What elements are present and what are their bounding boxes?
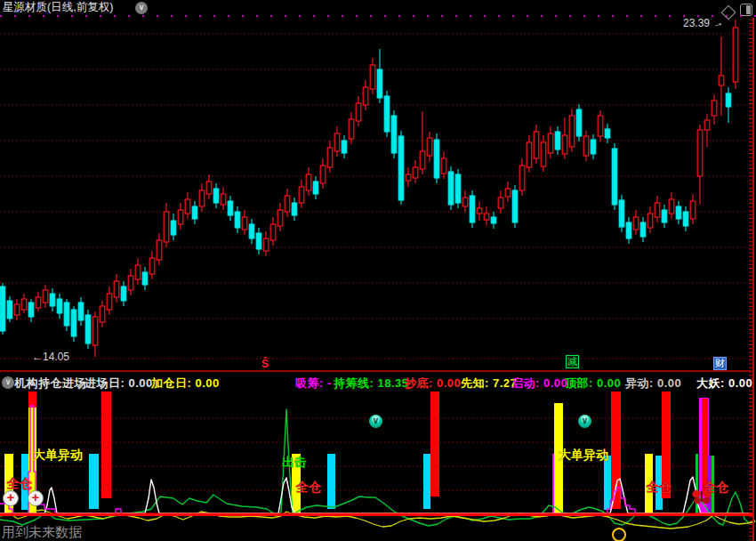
high-price-annotation: 23.39 → [683,17,723,29]
panel-label-4: 全仓 [296,480,321,496]
security-title: 星源材质(日线,前复权) [3,0,113,15]
ring-icon [612,528,626,541]
indicator-field-1: 进场日: 0.00 [84,375,153,392]
trading-app-window: 星源材质(日线,前复权) ∨ 23.39 → ←14.05 ∨ 机构持仓进场进场… [0,0,756,541]
title-bar: 星源材质(日线,前复权) ∨ [0,0,756,15]
split-pane-icon[interactable] [740,4,752,16]
indicator-field-8: 顶部: 0.00 [565,375,621,392]
indicator-field-9: 异动: 0.00 [625,375,681,392]
indicator-field-4: 持筹线: 18.35 [334,375,408,392]
plus-circle-icon: + [3,490,19,506]
indicator-field-0: 机构持仓进场 [14,375,86,392]
panel-label-1: 大单异动 [559,448,608,464]
indicator-field-6: 先知: 7.27 [461,375,517,392]
reduce-mark: 减 [566,355,579,368]
indicator-field-10: 大妖: 0.00 [696,375,752,392]
main-chart-canvas[interactable] [0,0,756,541]
butterfly-icon [692,489,712,505]
sell-mark: Ŝ [261,358,269,370]
wealth-mark: 财 [713,357,727,370]
low-price-annotation: ←14.05 [32,351,69,363]
indicator-field-5: 抄底: 0.00 [405,375,461,392]
indicator-collapse-icon[interactable]: ∨ [2,376,14,389]
indicator-field-3: 吸筹: - [295,375,332,392]
panel-label-0: 大单异动 [33,448,83,464]
chevron-down-circle-icon[interactable]: ∨ [369,415,382,428]
panel-label-3: 出击 [282,455,307,471]
chevron-down-circle-icon[interactable]: ∨ [578,415,591,428]
watermark: 用到未来数据 [2,524,82,541]
indicator-field-2: 加仓日: 0.00 [151,375,220,392]
plus-circle-icon: + [28,490,44,506]
indicator-field-7: 启动: 0.00 [511,375,567,392]
arrow-up-right-icon: → [712,15,726,30]
panel-label-5: 全仓 [647,480,672,496]
chevron-down-icon[interactable]: ∨ [135,2,148,14]
